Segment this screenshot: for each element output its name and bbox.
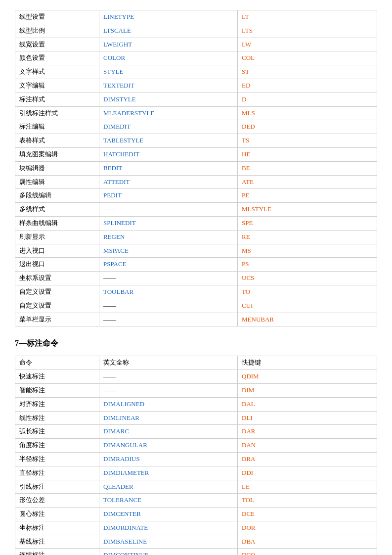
table-row: 角度标注DIMANGULARDAN [15, 439, 377, 453]
cmd-chinese: 文字样式 [15, 65, 99, 79]
table-row: 文字样式STYLEST [15, 65, 377, 79]
cmd-english: —— [99, 313, 238, 326]
cmd-shortcut: DAL [238, 397, 377, 411]
cmd-shortcut: COL [238, 51, 377, 65]
table-row: 自定义设置——CUI [15, 299, 377, 313]
cmd-english: DIMRADIUS [99, 452, 238, 466]
table-row: 引线标注QLEADERLE [15, 480, 377, 494]
table-header-cell: 英文全称 [99, 356, 238, 370]
cmd-chinese: 半径标注 [15, 452, 99, 466]
table-row: 属性编辑ATTEDITATE [15, 175, 377, 189]
cmd-chinese: 形位公差 [15, 494, 99, 508]
cmd-chinese: 智能标注 [15, 383, 99, 397]
table-row: 形位公差TOLERANCETOL [15, 494, 377, 508]
table-row: 线型比例LTSCALELTS [15, 24, 377, 38]
cmd-english: REGEN [99, 230, 238, 244]
table-row: 进入视口MSPACEMS [15, 244, 377, 258]
table-row: 多线样式——MLSTYLE [15, 203, 377, 217]
table-header-row: 命令英文全称快捷键 [15, 356, 377, 370]
table-row: 块编辑器BEDITBE [15, 161, 377, 175]
cmd-english: DIMCENTER [99, 508, 238, 521]
cmd-chinese: 样条曲线编辑 [15, 216, 99, 230]
table-row: 基线标注DIMBASELINEDBA [15, 535, 377, 549]
cmd-shortcut: LE [238, 480, 377, 494]
cmd-english: MLEADERSTYLE [99, 106, 238, 120]
cmd-chinese: 圆心标注 [15, 508, 99, 521]
section2-title: 7—标注命令 [15, 338, 377, 349]
cmd-shortcut: ED [238, 79, 377, 92]
cmd-chinese: 坐标系设置 [15, 272, 99, 285]
cmd-chinese: 进入视口 [15, 244, 99, 258]
table1: 线型设置LINETYPELT线型比例LTSCALELTS线宽设置LWEIGHTL… [15, 10, 377, 326]
table-row: 直径标注DIMDIAMETERDDI [15, 466, 377, 480]
table-row: 标注样式DIMSTYLED [15, 92, 377, 106]
cmd-shortcut: DCE [238, 508, 377, 521]
cmd-chinese: 多线样式 [15, 203, 99, 217]
cmd-chinese: 块编辑器 [15, 161, 99, 175]
table-row: 退出视口PSPACEPS [15, 258, 377, 272]
cmd-shortcut: MLSTYLE [238, 203, 377, 217]
cmd-shortcut: LT [238, 10, 377, 24]
cmd-shortcut: PS [238, 258, 377, 272]
table-row: 标注编辑DIMEDITDED [15, 120, 377, 134]
cmd-chinese: 刷新显示 [15, 230, 99, 244]
table-row: 对齐标注DIMALIGNEDDAL [15, 397, 377, 411]
cmd-shortcut: TO [238, 285, 377, 299]
cmd-chinese: 角度标注 [15, 439, 99, 453]
table-row: 坐标系设置——UCS [15, 272, 377, 285]
cmd-english: DIMARC [99, 425, 238, 439]
cmd-english: —— [99, 272, 238, 285]
cmd-shortcut: MS [238, 244, 377, 258]
cmd-english: QLEADER [99, 480, 238, 494]
cmd-chinese: 对齐标注 [15, 397, 99, 411]
cmd-shortcut: TOL [238, 494, 377, 508]
cmd-chinese: 引线标注样式 [15, 106, 99, 120]
cmd-shortcut: UCS [238, 272, 377, 285]
cmd-english: COLOR [99, 51, 238, 65]
cmd-english: ATTEDIT [99, 175, 238, 189]
cmd-english: HATCHEDIT [99, 147, 238, 161]
cmd-shortcut: HE [238, 147, 377, 161]
cmd-english: DIMDIAMETER [99, 466, 238, 480]
cmd-chinese: 属性编辑 [15, 175, 99, 189]
cmd-chinese: 线型设置 [15, 10, 99, 24]
cmd-english: TABLESTYLE [99, 134, 238, 148]
cmd-chinese: 线性标注 [15, 411, 99, 425]
cmd-shortcut: DED [238, 120, 377, 134]
table-row: 文字编辑TEXTEDITED [15, 79, 377, 92]
cmd-chinese: 表格样式 [15, 134, 99, 148]
table-row: 智能标注——DIM [15, 383, 377, 397]
table2: 命令英文全称快捷键 快速标注——QDIM智能标注——DIM对齐标注DIMALIG… [15, 356, 377, 555]
table-row: 自定义设置TOOLBARTO [15, 285, 377, 299]
cmd-english: TOLERANCE [99, 494, 238, 508]
cmd-shortcut: LTS [238, 24, 377, 38]
cmd-shortcut: MLS [238, 106, 377, 120]
cmd-shortcut: MENUBAR [238, 313, 377, 326]
cmd-shortcut: LW [238, 38, 377, 51]
cmd-shortcut: DAN [238, 439, 377, 453]
cmd-shortcut: BE [238, 161, 377, 175]
cmd-english: TEXTEDIT [99, 79, 238, 92]
cmd-chinese: 快速标注 [15, 370, 99, 384]
table-row: 半径标注DIMRADIUSDRA [15, 452, 377, 466]
cmd-english: DIMORDINATE [99, 521, 238, 535]
cmd-chinese: 连续标注 [15, 549, 99, 555]
table-row: 引线标注样式MLEADERSTYLEMLS [15, 106, 377, 120]
cmd-shortcut: DLI [238, 411, 377, 425]
table-row: 快速标注——QDIM [15, 370, 377, 384]
cmd-shortcut: DOR [238, 521, 377, 535]
table-row: 线性标注DIMLINEARDLI [15, 411, 377, 425]
cmd-english: PSPACE [99, 258, 238, 272]
cmd-chinese: 颜色设置 [15, 51, 99, 65]
cmd-shortcut: PE [238, 189, 377, 203]
table-row: 多段线编辑PEDITPE [15, 189, 377, 203]
cmd-english: PEDIT [99, 189, 238, 203]
table-row: 弧长标注DIMARCDAR [15, 425, 377, 439]
table-row: 样条曲线编辑SPLINEDITSPE [15, 216, 377, 230]
table-row: 连续标注DIMCONTINUEDCO [15, 549, 377, 555]
cmd-chinese: 填充图案编辑 [15, 147, 99, 161]
cmd-english: STYLE [99, 65, 238, 79]
cmd-chinese: 线型比例 [15, 24, 99, 38]
cmd-chinese: 文字编辑 [15, 79, 99, 92]
cmd-shortcut: DIM [238, 383, 377, 397]
